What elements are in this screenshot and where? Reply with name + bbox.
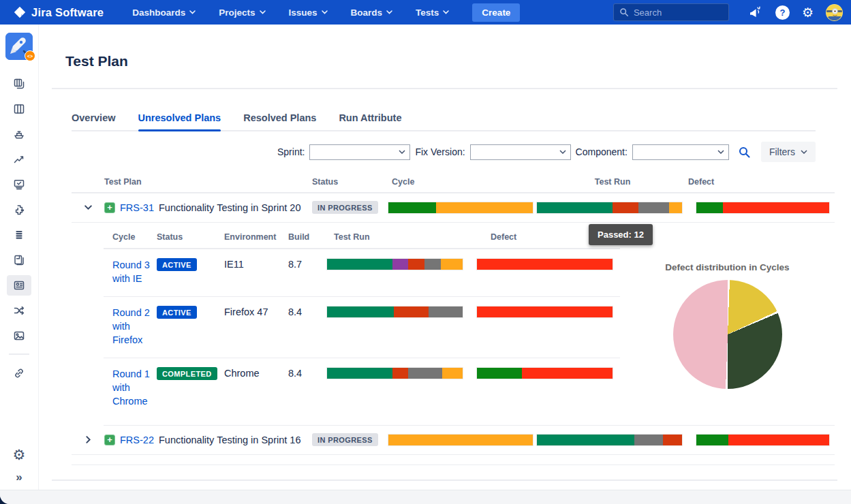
sidebar-item-backlog[interactable] (7, 74, 31, 94)
project-avatar[interactable]: <> (5, 33, 33, 60)
top-navigation-bar: Jira Software Dashboards Projects Issues… (0, 0, 851, 25)
fix-version-label: Fix Version: (415, 146, 465, 157)
bar-segment-grey (634, 435, 664, 445)
header-cycle: Cycle (388, 177, 537, 187)
component-select[interactable] (632, 144, 729, 160)
bar-segment-dark-red (394, 306, 429, 317)
header-test-plan: Test Plan (104, 177, 312, 187)
bar-segment-amber (388, 435, 533, 445)
sidebar-item-addons[interactable] (7, 200, 31, 220)
contact-card-icon (13, 279, 25, 292)
announcements-megaphone-icon[interactable] (748, 5, 763, 19)
issue-key-link[interactable]: FRS-31 (120, 202, 154, 213)
reports-chart-icon (13, 153, 25, 166)
chevron-down-icon (399, 150, 405, 154)
bar-segment-passed (537, 202, 613, 213)
cycle-build: 8.7 (288, 258, 327, 270)
cycle-link[interactable]: Round 3 with IE (112, 258, 151, 285)
sidebar-item-pages[interactable] (7, 250, 31, 270)
tab-resolved-plans[interactable]: Resolved Plans (243, 112, 316, 130)
sidebar-item-media[interactable] (7, 326, 31, 346)
cycle-progress-bar (388, 202, 533, 213)
test-run-progress-bar (327, 259, 463, 270)
jira-logo[interactable]: Jira Software (14, 6, 104, 19)
sidebar-expand-icon[interactable]: » (16, 471, 22, 483)
bar-segment-red (477, 306, 613, 317)
nav-boards[interactable]: Boards (351, 7, 393, 18)
bar-segment-amber (436, 202, 533, 213)
addon-code-badge: <> (25, 50, 35, 61)
nav-dashboards-label: Dashboards (132, 7, 185, 18)
cycle-environment: Chrome (224, 367, 288, 379)
table-row: + FRS-22 Functionality Testing in Sprint… (72, 426, 835, 455)
bar-segment-grey (429, 306, 463, 317)
sidebar-item-list[interactable] (7, 225, 31, 245)
header-status: Status (312, 177, 388, 187)
nav-projects[interactable]: Projects (219, 7, 265, 18)
sprint-select[interactable] (309, 144, 410, 160)
cycle-link[interactable]: Round 1 with Chrome (112, 367, 151, 408)
nav-dashboards[interactable]: Dashboards (132, 7, 196, 18)
table-header-row: Test Plan Status Cycle Test Run Defect (72, 176, 835, 193)
cycle-status-badge: ACTIVE (157, 306, 197, 319)
test-run-progress-bar (327, 306, 463, 317)
sidebar-item-contacts[interactable] (7, 275, 31, 296)
issue-key-link[interactable]: FRS-22 (120, 435, 154, 445)
sidebar-item-releases[interactable] (7, 124, 31, 144)
filters-button[interactable]: Filters (761, 142, 816, 162)
filters-button-label: Filters (769, 146, 795, 157)
cycle-environment: IE11 (224, 258, 288, 270)
sidebar-item-reports[interactable] (7, 149, 31, 170)
link-icon (13, 367, 25, 379)
topbar-right: ? ⚙ (613, 3, 843, 21)
nav-issues[interactable]: Issues (289, 7, 328, 18)
shuffle-icon (13, 304, 25, 317)
test-run-progress-bar (537, 435, 682, 445)
issue-summary: Functionality Testing in Sprint 16 (159, 435, 301, 445)
tab-overview[interactable]: Overview (72, 112, 116, 130)
bar-segment-green (696, 202, 723, 213)
nav-boards-label: Boards (351, 7, 383, 18)
cycle-build: 8.4 (288, 306, 327, 317)
search-input[interactable] (634, 7, 709, 18)
defect-progress-bar (477, 306, 613, 317)
test-plans-table: Test Plan Status Cycle Test Run Defect +… (72, 176, 835, 465)
chevron-down-icon (386, 10, 392, 14)
bar-segment-green (696, 435, 728, 445)
sidebar-item-shuffle[interactable] (7, 300, 31, 321)
bar-segment-amber (669, 202, 682, 213)
bottom-divider (52, 479, 837, 481)
expand-row-chevron[interactable] (72, 435, 104, 444)
create-button[interactable]: Create (472, 3, 520, 22)
project-settings-gear-icon[interactable]: ⚙ (13, 447, 26, 462)
bar-segment-dark-red (392, 368, 409, 379)
board-columns-icon (13, 103, 25, 115)
issue-summary: Functionality Testing in Sprint 20 (159, 202, 301, 213)
chevron-down-icon (84, 203, 93, 212)
chevron-down-icon (260, 10, 266, 14)
nav-tests-label: Tests (416, 7, 439, 18)
header-test-run: Test Run (327, 232, 477, 242)
tab-unresolved-plans[interactable]: Unresolved Plans (138, 112, 221, 130)
apply-filter-search-icon[interactable] (738, 146, 751, 159)
settings-gear-icon[interactable]: ⚙ (802, 6, 814, 19)
help-icon[interactable]: ? (775, 5, 790, 20)
defect-pie-chart (673, 280, 782, 389)
brand-title: Jira Software (31, 6, 104, 19)
fix-version-select[interactable] (470, 144, 571, 160)
bar-segment-dark-red (613, 202, 638, 213)
collapse-row-chevron[interactable] (72, 203, 104, 212)
nav-tests[interactable]: Tests (416, 7, 449, 18)
user-avatar[interactable] (826, 4, 843, 21)
sidebar-item-board[interactable] (7, 99, 31, 119)
header-cycle: Cycle (104, 232, 157, 242)
sidebar-item-tests[interactable] (7, 174, 31, 195)
sidebar-item-links[interactable] (7, 363, 31, 383)
chevron-down-icon (189, 10, 196, 14)
bar-segment-purple (392, 259, 409, 270)
avatar-image (826, 5, 843, 21)
cycle-link[interactable]: Round 2 with Firefox (112, 306, 151, 347)
global-search[interactable] (613, 3, 729, 21)
tab-run-attribute[interactable]: Run Attribute (339, 112, 401, 130)
bar-segment-red (723, 202, 829, 213)
